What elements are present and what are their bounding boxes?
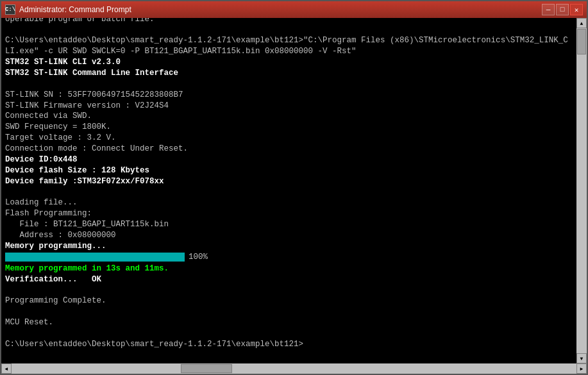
terminal-line: File : BT121_BGAPI_UART115k.bin [5,219,573,230]
window-controls: — □ ✕ [542,4,583,15]
terminal-line: operable program or batch file. [5,18,573,24]
progress-bar [5,253,185,262]
window: C:\ Administrator: Command Prompt — □ ✕ … [0,0,588,375]
terminal-line: Device family :STM32F072xx/F078xx [5,176,573,187]
maximize-button[interactable]: □ [556,4,569,15]
h-scroll-track [12,363,576,374]
terminal-line: Connection mode : Connect Under Reset. [5,144,573,154]
terminal-line: Programming Complete. [5,296,573,306]
terminal-line: ST-LINK SN : 53FF700649715452283808B7 [5,90,573,101]
terminal-content: Microsoft Windows [Version 6.1.7601]Copy… [1,18,587,363]
minimize-button[interactable]: — [542,4,555,15]
progress-line: 100% [5,252,573,263]
terminal-line: ST-LINK Firmware version : V2J24S4 [5,101,573,112]
terminal-line: Loading file... [5,197,573,208]
terminal-line: STM32 ST-LINK Command Line Interface [5,68,573,79]
title-bar: C:\ Administrator: Command Prompt — □ ✕ [1,1,587,18]
terminal-line: Memory programming... [5,241,573,252]
terminal-line: Device flash Size : 128 Kbytes [5,165,573,176]
terminal-line: C:\Users\entaddeo\Desktop\smart_ready-1.… [5,339,573,350]
window-title: Administrator: Command Prompt [19,5,542,14]
h-scroll-thumb[interactable] [181,364,232,373]
terminal-line: STM32 ST-LINK CLI v2.3.0 [5,57,573,68]
progress-percent: 100% [189,252,208,263]
terminal-line: MCU Reset. [5,317,573,328]
vertical-scrollbar[interactable]: ▲ ▼ [576,18,587,363]
app-icon: C:\ [5,4,15,15]
scroll-thumb[interactable] [577,29,586,54]
terminal-line: Verification... OK [5,274,573,285]
scroll-track-space [576,28,587,353]
terminal-line: C:\Users\entaddeo\Desktop\smart_ready-1.… [5,35,573,57]
terminal-line: Address : 0x08000000 [5,230,573,241]
terminal-line: Connected via SWD. [5,111,573,122]
scroll-up-button[interactable]: ▲ [576,18,587,28]
terminal-output[interactable]: Microsoft Windows [Version 6.1.7601]Copy… [1,18,576,363]
scroll-left-button[interactable]: ◄ [1,363,12,374]
terminal-wrapper: Microsoft Windows [Version 6.1.7601]Copy… [1,18,587,374]
terminal-line: Target voltage : 3.2 V. [5,133,573,144]
scroll-right-button[interactable]: ► [576,363,587,374]
terminal-line: SWD Frequency = 1800K. [5,122,573,133]
terminal-line: Flash Programming: [5,208,573,219]
terminal-line: Device ID:0x448 [5,154,573,165]
terminal-line: Memory programmed in 13s and 11ms. [5,263,573,274]
close-button[interactable]: ✕ [570,4,583,15]
horizontal-scrollbar[interactable]: ◄ ► [1,363,587,374]
scroll-down-button[interactable]: ▼ [576,353,587,363]
